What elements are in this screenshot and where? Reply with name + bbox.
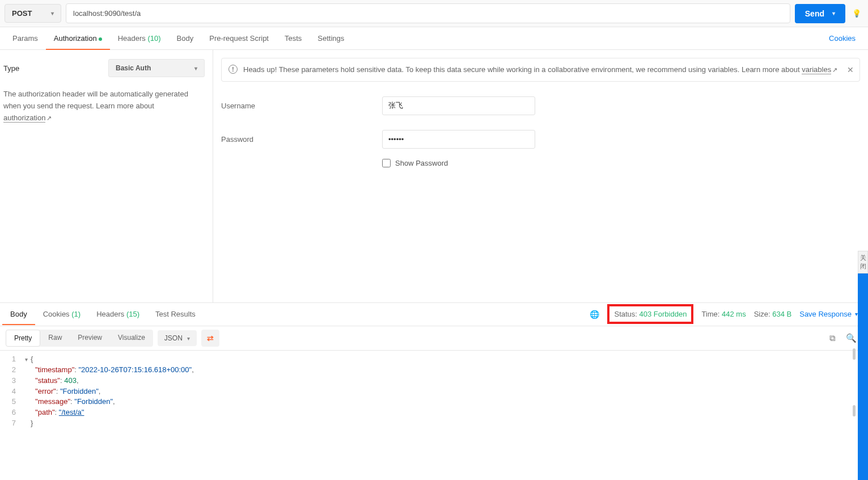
resp-tab-body-label: Body (10, 310, 27, 318)
save-response-button[interactable]: Save Response ▾ (799, 310, 858, 318)
line-number: 3 (0, 376, 25, 386)
search-icon[interactable]: 🔍 (846, 333, 857, 343)
sensitive-data-notice: ! Heads up! These parameters hold sensit… (221, 58, 860, 82)
authorization-panel: Type Basic Auth ▾ The authorization head… (0, 50, 868, 302)
show-password-label: Show Password (395, 159, 448, 167)
view-preview[interactable]: Preview (70, 330, 110, 347)
dot-indicator-icon (99, 37, 102, 41)
line-number: 4 (0, 386, 25, 397)
resp-tab-body[interactable]: Body (2, 303, 35, 325)
status-highlight: Status: 403 Forbidden (607, 304, 693, 324)
show-password-row: Show Password (382, 159, 860, 167)
resp-tab-tests[interactable]: Test Results (147, 303, 204, 325)
format-select[interactable]: JSON ▾ (158, 330, 197, 346)
view-raw[interactable]: Raw (40, 330, 70, 347)
line-number: 5 (0, 397, 25, 407)
chevron-down-icon: ▾ (187, 335, 190, 342)
cookies-link[interactable]: Cookies (821, 27, 863, 49)
status-value: 403 Forbidden (640, 310, 687, 318)
view-visualize[interactable]: Visualize (110, 330, 153, 347)
chevron-down-icon: ▾ (51, 10, 54, 16)
url-input[interactable] (66, 3, 790, 23)
send-button[interactable]: Send ▾ (795, 4, 845, 23)
json-key: "error" (35, 387, 56, 395)
time-value: 442 ms (722, 310, 746, 318)
password-label: Password (221, 135, 382, 144)
close-icon[interactable]: ✕ (847, 64, 854, 76)
tab-prerequest[interactable]: Pre-request Script (201, 27, 277, 49)
tab-authorization[interactable]: Authorization (46, 27, 110, 49)
size-meta: Size: 634 B (754, 310, 792, 318)
http-method-label: POST (12, 9, 32, 18)
tab-tests[interactable]: Tests (277, 27, 310, 49)
hints-icon[interactable]: 💡 (850, 7, 863, 20)
json-value: 403 (64, 376, 77, 385)
auth-desc-text: The authorization header will be automat… (3, 90, 188, 110)
code-line: 6 "path": "/test/a" (0, 407, 868, 418)
auth-left-column: Type Basic Auth ▾ The authorization head… (0, 50, 213, 302)
code-line: 1 ▾{ (0, 354, 868, 365)
wrap-lines-icon[interactable]: ⇄ (201, 330, 219, 347)
authorization-docs-link[interactable]: authorization (3, 113, 45, 123)
notice-text: Heads up! These parameters hold sensitiv… (243, 64, 837, 75)
view-pretty[interactable]: Pretty (6, 330, 40, 347)
tab-body-label: Body (177, 34, 194, 43)
resp-tab-cookies-count: (1) (71, 310, 81, 318)
username-input[interactable] (382, 96, 535, 115)
rail-panel[interactable] (858, 273, 868, 480)
line-number: 7 (0, 418, 25, 429)
username-row: Username (221, 96, 860, 115)
view-visualize-label: Visualize (118, 334, 145, 342)
format-value: JSON (164, 334, 183, 342)
fold-icon[interactable]: ▾ (25, 356, 31, 364)
authorization-docs-link-label: authorization (3, 113, 45, 122)
variables-docs-link[interactable]: variables (802, 65, 831, 74)
username-label: Username (221, 102, 382, 110)
resp-tab-headers[interactable]: Headers (15) (88, 303, 147, 325)
http-method-select[interactable]: POST ▾ (5, 4, 61, 23)
code-line: 3 "status": 403, (0, 376, 868, 386)
tab-params[interactable]: Params (5, 27, 46, 49)
variables-docs-link-label: variables (802, 65, 831, 74)
show-password-checkbox[interactable] (382, 159, 391, 167)
json-key: "status" (35, 376, 60, 385)
tab-authorization-label: Authorization (54, 34, 97, 43)
chevron-down-icon[interactable]: ▾ (832, 10, 835, 16)
copy-icon[interactable]: ⧉ (829, 333, 836, 343)
password-input[interactable] (382, 130, 535, 149)
line-number: 2 (0, 365, 25, 376)
auth-right-column: ! Heads up! These parameters hold sensit… (213, 50, 868, 302)
warning-icon: ! (228, 65, 238, 74)
scrollbar-thumb[interactable] (853, 405, 856, 416)
code-line: 2 "timestamp": "2022-10-26T07:15:16.618+… (0, 365, 868, 376)
resp-tab-cookies-label: Cookies (43, 310, 70, 318)
chevron-down-icon: ▾ (194, 65, 197, 71)
resp-tab-headers-count: (15) (126, 310, 139, 318)
tab-headers[interactable]: Headers (10) (110, 27, 169, 49)
tab-params-label: Params (12, 34, 38, 43)
json-key: "message" (35, 397, 70, 406)
globe-icon[interactable]: 🌐 (590, 310, 599, 319)
request-tabs: Params Authorization Headers (10) Body P… (0, 27, 868, 50)
json-value: "2022-10-26T07:15:16.618+00:00" (79, 365, 192, 374)
tab-body[interactable]: Body (169, 27, 202, 49)
request-top-bar: POST ▾ Send ▾ 💡 (0, 0, 868, 27)
tab-tests-label: Tests (285, 34, 302, 43)
rail-close-button[interactable]: 关闭 (858, 251, 868, 273)
scrollbar-thumb[interactable] (853, 348, 856, 360)
password-row: Password (221, 130, 860, 149)
response-tabs: Body Cookies (1) Headers (15) Test Resul… (0, 303, 868, 326)
status-label: Status: (614, 310, 637, 318)
tab-settings[interactable]: Settings (310, 27, 352, 49)
cookies-link-label: Cookies (829, 34, 856, 43)
tab-settings-label: Settings (317, 34, 344, 43)
line-number: 1 (0, 354, 25, 365)
auth-type-row: Type Basic Auth ▾ (2, 59, 205, 77)
external-link-icon: ↗ (832, 66, 837, 73)
auth-type-value: Basic Auth (116, 64, 151, 72)
size-value: 634 B (772, 310, 791, 318)
code-line: 7 } (0, 418, 868, 429)
json-key: "timestamp" (35, 365, 74, 374)
resp-tab-cookies[interactable]: Cookies (1) (35, 303, 88, 325)
auth-type-select[interactable]: Basic Auth ▾ (108, 59, 205, 77)
